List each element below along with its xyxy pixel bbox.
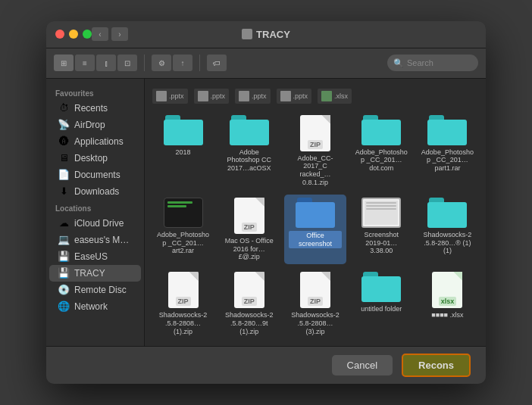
file-item-photoshop-rar[interactable]: Adobe_Photoshop _CC_201…part1.rar bbox=[417, 112, 478, 190]
zip-icon-ss2 bbox=[234, 272, 264, 308]
sidebar-item-applications[interactable]: 🅐 Applications bbox=[49, 133, 141, 150]
file-label-cc2017zip: Adobe_CC-2017_C racked_…0.8.1.zip bbox=[289, 154, 342, 187]
downloads-icon: ⬇ bbox=[58, 186, 69, 197]
file-item-terminal[interactable]: Adobe_Photoshop _CC_201…art2.rar bbox=[152, 195, 214, 264]
file-item-shadowsocks-zip3[interactable]: Shadowsocks-2 .5.8-2808…(3).zip bbox=[284, 269, 346, 338]
file-item-shadowsocks-zip1[interactable]: Shadowsocks-2 .5.8-2808…(1).zip bbox=[152, 269, 214, 338]
zip-icon-cc2017 bbox=[300, 115, 330, 151]
tracy-label: TRACY bbox=[74, 268, 105, 279]
action-group: ⚙ ↑ bbox=[152, 55, 192, 71]
sidebar-item-network[interactable]: 🌐 Network bbox=[49, 298, 141, 315]
desktop-label: Desktop bbox=[74, 153, 108, 164]
icloud-label: iCloud Drive bbox=[74, 218, 124, 229]
file-item-2018[interactable]: 2018 bbox=[152, 112, 214, 190]
sidebar-item-easeus[interactable]: 💾 EaseUS bbox=[49, 248, 141, 265]
remote-icon: 💿 bbox=[58, 285, 69, 295]
search-icon: 🔍 bbox=[393, 58, 404, 68]
header-files-row: .pptx .pptx .pptx .pptx .xlsx bbox=[152, 86, 478, 106]
grid-view-button[interactable]: ⊞ bbox=[54, 55, 74, 71]
sidebar-item-desktop[interactable]: 🖥 Desktop bbox=[49, 150, 141, 167]
easeus-m-label: easeus's M… bbox=[74, 235, 129, 245]
ss-line-3 bbox=[366, 208, 396, 210]
xlsx-fold bbox=[453, 272, 462, 281]
file-item-xlsx[interactable]: ■■■■ .xlsx bbox=[417, 269, 478, 338]
file-label-shadowsocks-1: Shadowsocks-2 .5.8-280…® (1) (1) bbox=[421, 231, 474, 255]
header-file-3: .pptx bbox=[235, 89, 271, 104]
ss-line-1 bbox=[366, 202, 396, 204]
file-label-photoshop-2: Adobe_Photoshop _CC_201…dot.com bbox=[355, 148, 408, 173]
file-area: .pptx .pptx .pptx .pptx .xlsx bbox=[145, 79, 486, 347]
sidebar-item-airdrop[interactable]: 📡 AirDrop bbox=[49, 117, 141, 133]
header-filename-1: .pptx bbox=[169, 92, 184, 100]
file-item-shadowsocks-zip2[interactable]: Shadowsocks-2 .5.8-280…9t (1).zip bbox=[218, 269, 280, 338]
sidebar: Favourites ⏱ Recents 📡 AirDrop 🅐 Applica… bbox=[46, 79, 145, 347]
sidebar-item-tracy[interactable]: 💾 TRACY bbox=[49, 265, 141, 282]
minimize-button[interactable] bbox=[69, 30, 78, 39]
header-file-2: .pptx bbox=[194, 89, 230, 104]
tracy-icon: 💾 bbox=[58, 268, 69, 279]
documents-icon: 📄 bbox=[58, 170, 69, 180]
search-placeholder: Search bbox=[407, 58, 433, 67]
search-box[interactable]: 🔍 Search bbox=[387, 55, 478, 71]
restore-button[interactable]: Recons bbox=[402, 354, 471, 377]
folder-icon-office bbox=[296, 198, 335, 228]
icloud-icon: ☁ bbox=[58, 218, 69, 229]
maximize-button[interactable] bbox=[83, 30, 92, 39]
file-label-shadowsocks-zip1: Shadowsocks-2 .5.8-2808…(1).zip bbox=[157, 311, 210, 335]
tag-button[interactable]: 🏷 bbox=[207, 55, 227, 71]
titlebar-title: TRACY bbox=[242, 29, 290, 40]
sidebar-item-easeus-m[interactable]: 💻 easeus's M… bbox=[49, 232, 141, 248]
folder-icon-photoshop-1 bbox=[230, 115, 269, 145]
zip-icon-macos bbox=[234, 198, 264, 234]
zip-icon-ss3 bbox=[300, 272, 330, 308]
sidebar-item-recents[interactable]: ⏱ Recents bbox=[49, 100, 141, 117]
list-view-button[interactable]: ≡ bbox=[75, 55, 95, 71]
file-label-shadowsocks-zip3: Shadowsocks-2 .5.8-2808…(3).zip bbox=[289, 311, 342, 335]
downloads-label: Downloads bbox=[74, 186, 119, 197]
file-item-office-screenshot[interactable]: Office screenshot bbox=[284, 195, 346, 264]
sidebar-item-icloud[interactable]: ☁ iCloud Drive bbox=[49, 215, 141, 232]
folder-icon-photoshop-2 bbox=[361, 115, 401, 145]
cancel-button[interactable]: Cancel bbox=[332, 355, 393, 375]
share-button[interactable]: ↑ bbox=[173, 55, 192, 71]
file-label-terminal: Adobe_Photoshop _CC_201…art2.rar bbox=[157, 231, 210, 255]
finder-dialog: ‹ › TRACY ⊞ ≡ ⫿ ⊡ ⚙ ↑ 🏷 🔍 Search Fa bbox=[46, 21, 486, 385]
documents-label: Documents bbox=[74, 170, 120, 180]
network-icon: 🌐 bbox=[58, 301, 69, 312]
sidebar-item-remote[interactable]: 💿 Remote Disc bbox=[49, 282, 141, 298]
header-thumb-1 bbox=[156, 91, 167, 101]
back-button[interactable]: ‹ bbox=[92, 27, 108, 41]
folder-icon-untitled bbox=[361, 272, 401, 302]
locations-label: Locations bbox=[46, 200, 144, 215]
close-button[interactable] bbox=[55, 30, 64, 39]
column-view-button[interactable]: ⫿ bbox=[96, 55, 116, 71]
sidebar-item-downloads[interactable]: ⬇ Downloads bbox=[49, 183, 141, 200]
header-file-1: .pptx bbox=[152, 89, 188, 104]
file-item-cc2017zip[interactable]: Adobe_CC-2017_C racked_…0.8.1.zip bbox=[284, 112, 346, 190]
terminal-line-1 bbox=[167, 201, 193, 204]
file-item-untitled[interactable]: untitled folder bbox=[351, 269, 412, 338]
recents-label: Recents bbox=[74, 103, 108, 114]
remote-label: Remote Disc bbox=[74, 285, 127, 295]
header-file-4: .pptx bbox=[277, 89, 312, 104]
file-item-macos-office[interactable]: Mac OS - Office 2016 for…£@.zip bbox=[218, 195, 280, 264]
header-thumb-2 bbox=[198, 91, 208, 101]
header-thumb-5 bbox=[321, 91, 332, 101]
file-item-screenshot[interactable]: Screenshot 2019-01…3.38.00 bbox=[351, 195, 412, 264]
traffic-lights bbox=[55, 30, 92, 39]
file-label-macos-office: Mac OS - Office 2016 for…£@.zip bbox=[223, 237, 276, 261]
file-item-photoshop-1[interactable]: Adobe Photoshop CC 2017…acOSX bbox=[218, 112, 280, 190]
forward-button[interactable]: › bbox=[111, 27, 128, 41]
sidebar-item-documents[interactable]: 📄 Documents bbox=[49, 167, 141, 183]
header-filename-3: .pptx bbox=[252, 92, 267, 100]
file-item-photoshop-2[interactable]: Adobe_Photoshop _CC_201…dot.com bbox=[351, 112, 412, 190]
file-label-photoshop-1: Adobe Photoshop CC 2017…acOSX bbox=[223, 148, 276, 173]
terminal-lines bbox=[167, 201, 199, 207]
gallery-view-button[interactable]: ⊡ bbox=[117, 55, 137, 71]
file-item-shadowsocks-1[interactable]: Shadowsocks-2 .5.8-280…® (1) (1) bbox=[417, 195, 478, 264]
favourites-label: Favourites bbox=[46, 85, 144, 100]
window-title: TRACY bbox=[256, 29, 290, 40]
zip-fold-4 bbox=[255, 272, 264, 281]
settings-button[interactable]: ⚙ bbox=[152, 55, 171, 71]
easeus-label: EaseUS bbox=[74, 251, 108, 262]
